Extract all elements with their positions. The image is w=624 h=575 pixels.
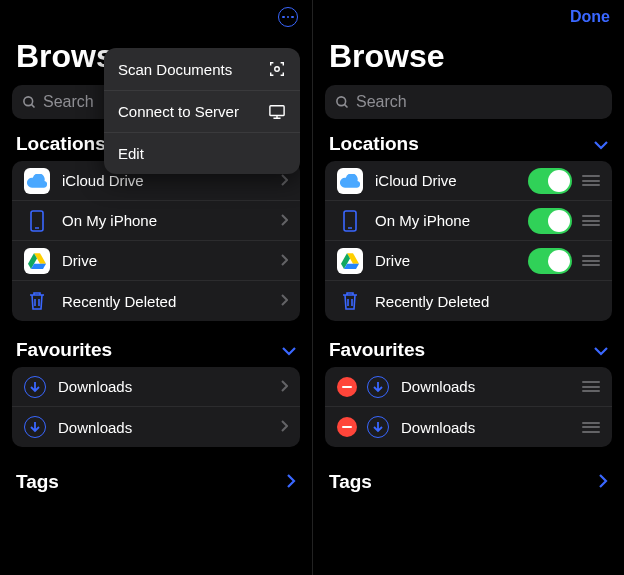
- favourites-header[interactable]: Favourites: [313, 339, 624, 361]
- search-placeholder: Search: [43, 93, 94, 111]
- chevron-right-icon: [280, 418, 288, 436]
- search-icon: [22, 95, 37, 110]
- topbar: [0, 0, 312, 34]
- screen-browse-menu: Browse Search Locations iCloud Drive On …: [0, 0, 312, 575]
- svg-line-1: [31, 104, 34, 107]
- topbar: Done: [313, 0, 624, 34]
- list-item: Downloads: [325, 367, 612, 407]
- favourites-header-label: Favourites: [16, 339, 112, 361]
- row-label: Recently Deleted: [375, 293, 600, 310]
- list-item: Recently Deleted: [325, 281, 612, 321]
- menu-label: Connect to Server: [118, 103, 239, 120]
- locations-header-label: Locations: [329, 133, 419, 155]
- menu-item-connect[interactable]: Connect to Server: [104, 91, 300, 133]
- download-icon: [24, 416, 46, 438]
- row-label: Downloads: [401, 419, 582, 436]
- reorder-handle[interactable]: [582, 175, 600, 186]
- chevron-down-icon: [282, 339, 296, 361]
- row-label: Downloads: [58, 419, 280, 436]
- chevron-right-icon: [280, 292, 288, 310]
- remove-button[interactable]: [337, 417, 357, 437]
- trash-icon: [337, 288, 363, 314]
- reorder-handle[interactable]: [582, 381, 600, 392]
- phone-icon: [337, 208, 363, 234]
- server-icon: [268, 104, 286, 120]
- list-item[interactable]: Downloads: [12, 407, 300, 447]
- done-button[interactable]: Done: [570, 8, 610, 26]
- list-item: Downloads: [325, 407, 612, 447]
- tags-row[interactable]: Tags: [313, 465, 624, 499]
- icloud-icon: [24, 168, 50, 194]
- download-icon: [367, 416, 389, 438]
- list-item: iCloud Drive: [325, 161, 612, 201]
- reorder-handle[interactable]: [582, 215, 600, 226]
- list-item[interactable]: Downloads: [12, 367, 300, 407]
- tags-row[interactable]: Tags: [0, 465, 312, 499]
- favourites-header[interactable]: Favourites: [0, 339, 312, 361]
- list-item: Drive: [325, 241, 612, 281]
- list-item[interactable]: Recently Deleted: [12, 281, 300, 321]
- screen-browse-edit: Done Browse Search Locations iCloud Driv…: [312, 0, 624, 575]
- download-icon: [367, 376, 389, 398]
- reorder-handle[interactable]: [582, 255, 600, 266]
- menu-item-edit[interactable]: Edit: [104, 133, 300, 174]
- menu-label: Scan Documents: [118, 61, 232, 78]
- menu-label: Edit: [118, 145, 144, 162]
- icloud-icon: [337, 168, 363, 194]
- favourites-list: Downloads Downloads: [325, 367, 612, 447]
- locations-list: iCloud Drive On My iPhone Drive: [325, 161, 612, 321]
- svg-line-7: [344, 104, 347, 107]
- row-label: On My iPhone: [62, 212, 280, 229]
- chevron-right-icon: [280, 378, 288, 396]
- context-menu: Scan Documents Connect to Server Edit: [104, 48, 300, 174]
- search-input[interactable]: Search: [325, 85, 612, 119]
- row-label: iCloud Drive: [62, 172, 280, 189]
- row-label: On My iPhone: [375, 212, 528, 229]
- svg-point-6: [337, 96, 346, 105]
- search-placeholder: Search: [356, 93, 407, 111]
- chevron-right-icon: [280, 172, 288, 190]
- gdrive-icon: [24, 248, 50, 274]
- row-label: Recently Deleted: [62, 293, 280, 310]
- favourites-list: Downloads Downloads: [12, 367, 300, 447]
- row-label: Downloads: [58, 378, 280, 395]
- list-item[interactable]: Drive: [12, 241, 300, 281]
- tags-label: Tags: [16, 471, 59, 493]
- reorder-handle[interactable]: [582, 422, 600, 433]
- search-icon: [335, 95, 350, 110]
- locations-header-label: Locations: [16, 133, 106, 155]
- chevron-right-icon: [599, 471, 608, 493]
- trash-icon: [24, 288, 50, 314]
- gdrive-icon: [337, 248, 363, 274]
- chevron-down-icon: [594, 339, 608, 361]
- remove-button[interactable]: [337, 377, 357, 397]
- chevron-down-icon: [594, 133, 608, 155]
- chevron-right-icon: [280, 252, 288, 270]
- list-item: On My iPhone: [325, 201, 612, 241]
- scan-icon: [268, 60, 286, 78]
- locations-header[interactable]: Locations: [313, 133, 624, 155]
- toggle-switch[interactable]: [528, 208, 572, 234]
- row-label: Drive: [375, 252, 528, 269]
- chevron-right-icon: [287, 471, 296, 493]
- menu-item-scan[interactable]: Scan Documents: [104, 48, 300, 91]
- tags-label: Tags: [329, 471, 372, 493]
- list-item[interactable]: On My iPhone: [12, 201, 300, 241]
- toggle-switch[interactable]: [528, 168, 572, 194]
- page-title: Browse: [313, 34, 624, 85]
- row-label: Downloads: [401, 378, 582, 395]
- row-label: iCloud Drive: [375, 172, 528, 189]
- svg-rect-5: [270, 105, 284, 115]
- svg-point-4: [275, 67, 280, 72]
- more-button[interactable]: [278, 7, 298, 27]
- favourites-header-label: Favourites: [329, 339, 425, 361]
- chevron-right-icon: [280, 212, 288, 230]
- locations-list: iCloud Drive On My iPhone Drive: [12, 161, 300, 321]
- phone-icon: [24, 208, 50, 234]
- download-icon: [24, 376, 46, 398]
- toggle-switch[interactable]: [528, 248, 572, 274]
- svg-point-0: [24, 96, 33, 105]
- row-label: Drive: [62, 252, 280, 269]
